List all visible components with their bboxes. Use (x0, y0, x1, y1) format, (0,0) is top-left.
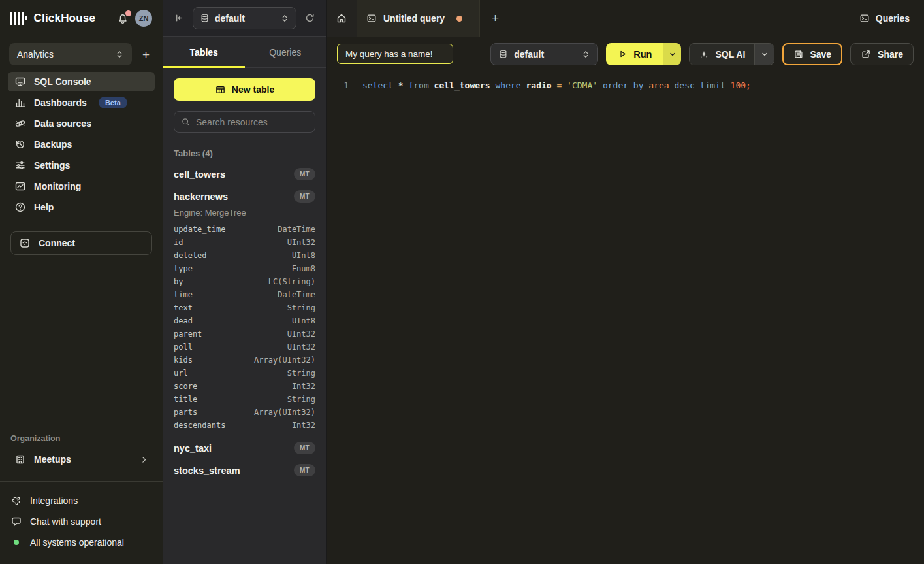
chevron-right-icon (140, 456, 148, 464)
column-type: Enum8 (292, 262, 315, 275)
query-tab[interactable]: Untitled query (357, 0, 480, 37)
terminal-icon (366, 13, 377, 24)
sidebar-item-help[interactable]: Help (8, 197, 155, 217)
table-name: nyc_taxi (174, 443, 212, 454)
column-name: score (174, 380, 197, 393)
table-row-nyc_taxi[interactable]: nyc_taxiMT (174, 442, 315, 454)
sidebar-item-label: Data sources (34, 118, 91, 129)
column-name: url (174, 367, 188, 380)
meetups-label: Meetups (34, 454, 71, 465)
engine-badge: MT (294, 464, 315, 476)
queries-button-label: Queries (876, 13, 910, 24)
engine-badge: MT (294, 190, 315, 203)
table-name: hackernews (174, 191, 228, 202)
sidebar-item-settings[interactable]: Settings (8, 156, 155, 175)
share-button[interactable]: Share (850, 43, 914, 65)
query-toolbar: default Run (327, 37, 924, 71)
table-name: stocks_stream (174, 465, 240, 476)
sidebar-item-dashboards[interactable]: DashboardsBeta (8, 93, 155, 112)
collapse-sidebar-icon[interactable] (171, 10, 187, 26)
engine-line: Engine: MergeTree (174, 208, 315, 218)
database-select[interactable]: default (193, 7, 296, 29)
column-name: time (174, 288, 193, 301)
new-tab-button[interactable]: + (480, 0, 511, 37)
explorer-tabs: Tables Queries (163, 37, 326, 68)
sidebar-item-sql-console[interactable]: SQL Console (8, 72, 155, 91)
sql-editor[interactable]: 1 select * from cell_towers where radio … (327, 71, 924, 564)
settings-icon (14, 159, 26, 171)
sidebar-item-label: Dashboards (34, 97, 87, 108)
column-list: update_timeDateTimeidUInt32deletedUInt8t… (174, 223, 315, 432)
beta-badge: Beta (99, 97, 127, 108)
sidebar-item-data-sources[interactable]: Data sources (8, 114, 155, 133)
sql-ai-button[interactable]: SQL AI (690, 44, 754, 65)
line-number: 1 (327, 79, 349, 564)
sidebar-item-label: Backups (34, 139, 72, 150)
search-box (174, 111, 315, 133)
column-type: Int32 (292, 419, 315, 432)
column-row: kidsArray(UInt32) (174, 354, 315, 367)
organization-label: Organization (10, 434, 152, 443)
column-row: titleString (174, 393, 315, 406)
new-table-label: New table (232, 84, 274, 95)
query-tab-title: Untitled query (383, 13, 445, 24)
column-type: Int32 (292, 380, 315, 393)
save-label: Save (810, 49, 831, 59)
tab-queries[interactable]: Queries (245, 37, 327, 67)
run-label: Run (633, 49, 652, 59)
table-row-stocks_stream[interactable]: stocks_streamMT (174, 464, 315, 476)
sql-token: select (362, 80, 398, 90)
sidebar-footer: IntegrationsChat with supportAll systems… (0, 482, 163, 564)
sql-code-line: select * from cell_towers where radio = … (362, 79, 751, 564)
table-row-hackernews[interactable]: hackernewsMT (174, 190, 315, 203)
column-type: UInt32 (287, 327, 315, 340)
notifications-bell-icon[interactable] (117, 12, 129, 24)
database-select[interactable]: default (490, 43, 598, 65)
help-icon (14, 201, 26, 213)
column-name: type (174, 262, 193, 275)
chevron-updown-icon (581, 50, 590, 59)
sql-token: 100; (731, 80, 751, 90)
meetups-icon (14, 454, 26, 465)
column-name: id (174, 236, 183, 249)
column-row: byLC(String) (174, 275, 315, 288)
add-workspace-button[interactable]: + (138, 46, 153, 63)
column-row: typeEnum8 (174, 262, 315, 275)
sql-token: from (408, 80, 434, 90)
connect-icon (19, 237, 31, 249)
workspace-select[interactable]: Analytics (9, 43, 132, 65)
search-input[interactable] (196, 117, 314, 127)
backups-icon (14, 139, 26, 150)
sql-token: where (496, 80, 526, 90)
queries-button[interactable]: Queries (845, 0, 924, 37)
footer-item-all-systems-operational[interactable]: All systems operational (10, 533, 152, 552)
sql-console-icon (14, 76, 26, 88)
chat-icon (10, 516, 22, 527)
sidebar-item-backups[interactable]: Backups (8, 135, 155, 154)
tab-tables[interactable]: Tables (163, 37, 245, 67)
query-name-input[interactable] (337, 44, 453, 64)
save-button[interactable]: Save (782, 43, 842, 65)
connect-button[interactable]: Connect (10, 231, 152, 255)
run-button[interactable]: Run (606, 43, 663, 65)
sql-ai-options-button[interactable] (754, 44, 774, 65)
column-name: poll (174, 340, 193, 354)
column-type: UInt8 (292, 314, 315, 327)
footer-item-chat-with-support[interactable]: Chat with support (10, 512, 152, 531)
footer-item-integrations[interactable]: Integrations (10, 491, 152, 510)
footer-item-label: All systems operational (30, 537, 124, 548)
column-row: textString (174, 301, 315, 314)
table-row-cell_towers[interactable]: cell_towersMT (174, 168, 315, 180)
sidebar-item-meetups[interactable]: Meetups (8, 448, 155, 471)
sidebar-item-monitoring[interactable]: Monitoring (8, 176, 155, 196)
column-row: urlString (174, 367, 315, 380)
brand-title: ClickHouse (34, 12, 96, 25)
home-button[interactable] (327, 0, 357, 37)
new-table-button[interactable]: New table (174, 78, 315, 101)
terminal-icon (859, 13, 870, 24)
sql-token: order by (603, 80, 648, 90)
run-options-button[interactable] (663, 43, 681, 65)
avatar[interactable]: ZN (135, 10, 152, 27)
column-row: scoreInt32 (174, 380, 315, 393)
refresh-icon[interactable] (302, 10, 318, 26)
